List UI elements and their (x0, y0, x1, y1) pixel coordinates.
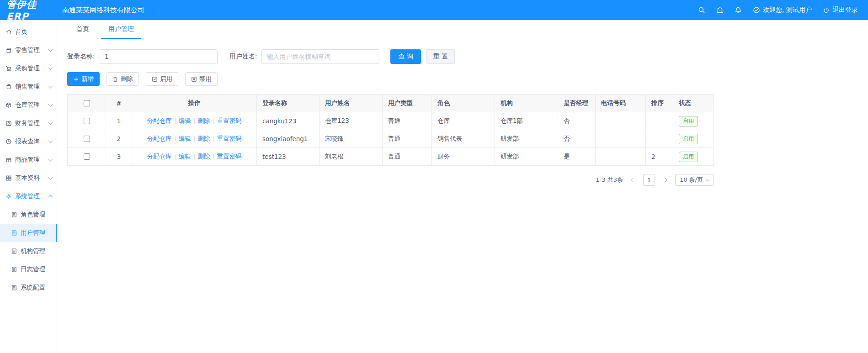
row-checkbox[interactable] (84, 153, 90, 160)
cell-org: 研发部 (495, 130, 558, 148)
delete-link[interactable]: 删除 (198, 153, 210, 160)
tab-home[interactable]: 首页 (69, 20, 96, 39)
cell-sort (646, 130, 673, 148)
reset-password-link[interactable]: 重置密码 (217, 117, 242, 124)
sidebar-subitem-label: 机构管理 (21, 247, 45, 255)
home-icon[interactable] (716, 6, 724, 14)
sidebar-item-retail[interactable]: 零售管理 (0, 41, 57, 59)
user-name-input[interactable] (261, 49, 379, 64)
cell-phone (596, 112, 646, 130)
cell-manager: 是 (558, 148, 596, 166)
tab-user-management[interactable]: 用户管理 (101, 20, 141, 39)
sidebar-subitem-org[interactable]: 机构管理 (0, 242, 57, 260)
welcome-user[interactable]: 欢迎您, 测试用户 (753, 6, 812, 14)
status-badge[interactable]: 启用 (679, 116, 698, 126)
prev-page-button[interactable] (628, 174, 638, 185)
row-checkbox[interactable] (84, 136, 90, 142)
cell-manager: 否 (558, 130, 596, 148)
sidebar-subitem-config[interactable]: 系统配置 (0, 279, 57, 297)
welcome-text: 欢迎您, 测试用户 (763, 6, 812, 14)
enable-button[interactable]: 启用 (146, 72, 178, 86)
cell-login: test123 (257, 148, 320, 166)
document-icon (11, 248, 17, 254)
row-operations: 分配仓库编辑删除重置密码 (132, 130, 257, 148)
col-phone: 电话号码 (596, 95, 646, 112)
sidebar-item-home[interactable]: 首页 (0, 23, 57, 41)
chevron-up-icon (48, 195, 53, 200)
bell-icon[interactable] (735, 6, 742, 14)
row-index: 2 (106, 130, 132, 148)
page-size-select[interactable]: 10 条/页 (675, 174, 714, 186)
cell-name: 仓库123 (320, 112, 383, 130)
logout-button[interactable]: 退出登录 (823, 6, 858, 14)
sidebar-item-sales[interactable]: 销售管理 (0, 78, 57, 96)
sidebar-subitem-role[interactable]: 角色管理 (0, 205, 57, 224)
x-square-icon (191, 76, 197, 82)
delete-button-label: 删除 (121, 75, 133, 83)
cell-role: 仓库 (432, 112, 495, 130)
sidebar-subitem-user[interactable]: 用户管理 (0, 224, 57, 242)
page-number[interactable]: 1 (643, 174, 655, 186)
cell-type: 普通 (383, 130, 432, 148)
check-square-icon (152, 76, 158, 82)
search-button[interactable]: 查 询 (390, 49, 421, 64)
sidebar-item-purchase[interactable]: 采购管理 (0, 59, 57, 78)
chevron-down-icon (48, 121, 53, 125)
warehouse-icon (5, 102, 12, 108)
user-name-label: 用户姓名: (229, 53, 257, 61)
sidebar-item-label: 基本资料 (15, 174, 40, 182)
col-login-name: 登录名称 (257, 95, 320, 112)
col-org: 机构 (495, 95, 558, 112)
edit-link[interactable]: 编辑 (179, 153, 191, 160)
cell-status: 启用 (673, 148, 714, 166)
edit-link[interactable]: 编辑 (179, 117, 191, 124)
row-checkbox[interactable] (84, 118, 90, 124)
sidebar-item-product[interactable]: 商品管理 (0, 151, 57, 169)
edit-link[interactable]: 编辑 (179, 135, 191, 142)
user-circle-icon (753, 6, 760, 14)
sidebar-subitem-log[interactable]: 日志管理 (0, 260, 57, 279)
gear-icon (5, 193, 12, 200)
login-name-input[interactable] (100, 49, 218, 64)
select-all-checkbox[interactable] (84, 100, 90, 106)
add-button[interactable]: 新增 (67, 72, 100, 86)
chevron-down-icon (48, 47, 53, 52)
reset-password-link[interactable]: 重置密码 (217, 135, 242, 142)
cell-sort (646, 112, 673, 130)
header-actions: 欢迎您, 测试用户 退出登录 (698, 6, 868, 14)
assign-warehouse-link[interactable]: 分配仓库 (147, 117, 172, 124)
status-badge[interactable]: 启用 (679, 134, 698, 144)
assign-warehouse-link[interactable]: 分配仓库 (147, 135, 172, 142)
reset-button[interactable]: 重 置 (426, 49, 455, 64)
cell-phone (596, 130, 646, 148)
search-icon[interactable] (698, 6, 705, 14)
sidebar-item-warehouse[interactable]: 仓库管理 (0, 96, 57, 114)
cell-type: 普通 (383, 112, 432, 130)
home-icon (5, 29, 12, 35)
col-status: 状态 (673, 95, 714, 112)
logout-text: 退出登录 (832, 6, 858, 14)
sidebar-item-basic[interactable]: 基本资料 (0, 169, 57, 187)
sidebar-item-finance[interactable]: 财务管理 (0, 114, 57, 132)
col-index: # (106, 95, 132, 112)
cell-sort: 2 (646, 148, 673, 166)
assign-warehouse-link[interactable]: 分配仓库 (147, 153, 172, 160)
sidebar-item-report[interactable]: 报表查询 (0, 132, 57, 151)
status-badge[interactable]: 启用 (679, 152, 698, 162)
sidebar-item-label: 采购管理 (15, 64, 40, 73)
reset-password-link[interactable]: 重置密码 (217, 153, 242, 160)
divider (175, 118, 176, 124)
sidebar-item-label: 商品管理 (15, 156, 40, 164)
cell-login: songxiaofeng1 (257, 130, 320, 148)
delete-button[interactable]: 删除 (107, 72, 139, 86)
chevron-down-icon (48, 139, 53, 143)
pagination: 1-3 共3条 1 10 条/页 (67, 174, 714, 186)
sidebar-subitem-label: 日志管理 (21, 265, 45, 274)
next-page-button[interactable] (660, 174, 670, 185)
delete-link[interactable]: 删除 (198, 135, 210, 142)
sidebar-item-system[interactable]: 系统管理 (0, 187, 57, 205)
delete-link[interactable]: 删除 (198, 117, 210, 124)
logout-icon (823, 7, 830, 14)
cell-org: 研发部 (495, 148, 558, 166)
disable-button[interactable]: 禁用 (185, 72, 218, 86)
